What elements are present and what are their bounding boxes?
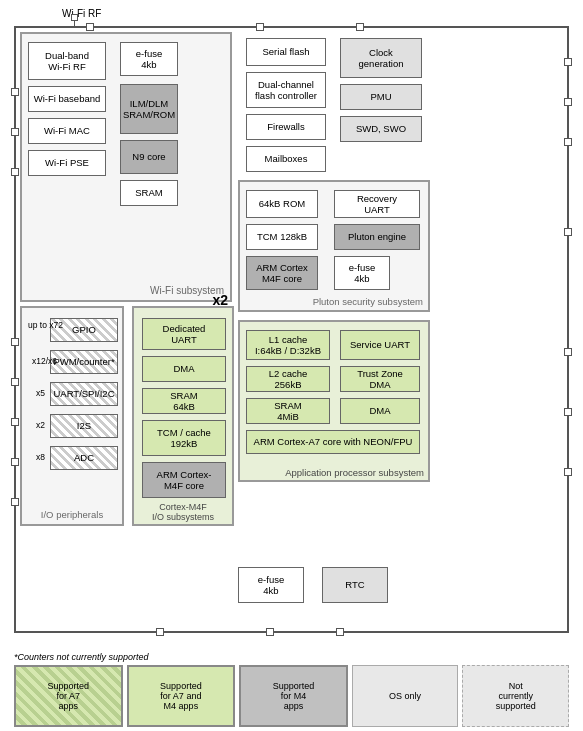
arm-cortex-m4f: ARM Cortex-M4F core [142, 462, 226, 498]
clock-generation: Clockgeneration [340, 38, 422, 78]
tcm-cache-192kb: TCM / cache192kB [142, 420, 226, 456]
x2-label: x2 [212, 292, 228, 308]
connector-left-8 [11, 498, 19, 506]
connector-bottom-2 [266, 628, 274, 636]
wifi-rf-label: Wi-Fi RF [62, 8, 101, 19]
cortex-m4f-subsystem: x2 DedicatedUART DMA SRAM64kB TCM / cach… [132, 306, 234, 526]
legend-items: Supportedfor A7apps Supportedfor A7 andM… [14, 665, 569, 727]
wifi-baseband: Wi-Fi baseband [28, 86, 106, 112]
firewalls: Firewalls [246, 114, 326, 140]
n9-core: N9 core [120, 140, 178, 174]
swd-swo: SWD, SWO [340, 116, 422, 142]
legend: *Counters not currently supported Suppor… [14, 652, 569, 727]
trustzone-dma: Trust ZoneDMA [340, 366, 420, 392]
main-container: Wi-Fi RF Dual-bandWi-Fi RF Wi-Fi baseban… [0, 0, 583, 731]
connector-top-1 [86, 23, 94, 31]
legend-a7-apps: Supportedfor A7apps [14, 665, 123, 727]
connector-left-6 [11, 418, 19, 426]
legend-not-supported: Notcurrentlysupported [462, 665, 569, 727]
legend-note: *Counters not currently supported [14, 652, 569, 662]
connector-left-4 [11, 338, 19, 346]
wifi-mac: Wi-Fi MAC [28, 118, 106, 144]
app-processor-label: Application processor subsystem [285, 467, 424, 478]
dual-band-wifi-rf: Dual-bandWi-Fi RF [28, 42, 106, 80]
connector-top-2 [256, 23, 264, 31]
wifi-subsystem: Dual-bandWi-Fi RF Wi-Fi baseband Wi-Fi M… [20, 32, 232, 302]
io-peripherals-subsystem: GPIO up to x72 PWM/counter* x12/x6 UART/… [20, 306, 124, 526]
sram-4mib: SRAM4MiB [246, 398, 330, 424]
gpio-multiplier: up to x72 [28, 320, 63, 330]
recovery-uart: RecoveryUART [334, 190, 420, 218]
cortex-a7: ARM Cortex-A7 core with NEON/FPU [246, 430, 420, 454]
pluton-subsystem-label: Pluton security subsystem [313, 296, 423, 307]
serial-flash: Serial flash [246, 38, 326, 66]
pluton-subsystem: 64kB ROM RecoveryUART TCM 128kB Pluton e… [238, 180, 430, 312]
efuse-bottom: e-fuse4kb [238, 567, 304, 603]
efuse-wifi: e-fuse4kb [120, 42, 178, 76]
sram-64kb: SRAM64kB [142, 388, 226, 414]
ilm-dlm: ILM/DLMSRAM/ROM [120, 84, 178, 134]
i2s: I2S [50, 414, 118, 438]
legend-os-only: OS only [352, 665, 459, 727]
connector-bottom-1 [156, 628, 164, 636]
pluton-engine: Pluton engine [334, 224, 420, 250]
uart-spi-i2c: UART/SPI/I2C [50, 382, 118, 406]
connector-top-3 [356, 23, 364, 31]
mailboxes: Mailboxes [246, 146, 326, 172]
rom-64kb: 64kB ROM [246, 190, 318, 218]
connector-left-5 [11, 378, 19, 386]
wifi-rf-connector [71, 14, 78, 21]
connector-left-1 [11, 88, 19, 96]
connector-right-4 [564, 228, 572, 236]
efuse-pluton: e-fuse4kb [334, 256, 390, 290]
app-processor-subsystem: L1 cacheI:64kB / D:32kB Service UART L2 … [238, 320, 430, 482]
connector-right-5 [564, 348, 572, 356]
rtc: RTC [322, 567, 388, 603]
wifi-pse: Wi-Fi PSE [28, 150, 106, 176]
sram-wifi: SRAM [120, 180, 178, 206]
io-peripherals-label: I/O peripherals [26, 509, 118, 520]
dedicated-uart: DedicatedUART [142, 318, 226, 350]
connector-left-2 [11, 128, 19, 136]
uart-multiplier: x5 [36, 388, 45, 398]
pmu: PMU [340, 84, 422, 110]
connector-right-6 [564, 408, 572, 416]
i2s-multiplier: x2 [36, 420, 45, 430]
chip-outline: Dual-bandWi-Fi RF Wi-Fi baseband Wi-Fi M… [14, 26, 569, 633]
connector-right-2 [564, 98, 572, 106]
dma-m4: DMA [142, 356, 226, 382]
connector-right-3 [564, 138, 572, 146]
service-uart: Service UART [340, 330, 420, 360]
flash-controller: Dual-channelflash controller [246, 72, 326, 108]
pwm-multiplier: x12/x6 [32, 356, 57, 366]
pwm-counter: PWM/counter* [50, 350, 118, 374]
connector-right-7 [564, 468, 572, 476]
cortex-m4f-label: Cortex-M4FI/O subsystems [136, 502, 230, 522]
connector-bottom-3 [336, 628, 344, 636]
adc: ADC [50, 446, 118, 470]
connector-right-1 [564, 58, 572, 66]
l2-cache: L2 cache256kB [246, 366, 330, 392]
adc-multiplier: x8 [36, 452, 45, 462]
dma-app: DMA [340, 398, 420, 424]
legend-m4-apps: Supportedfor M4apps [239, 665, 348, 727]
connector-left-7 [11, 458, 19, 466]
tcm-128kb: TCM 128kB [246, 224, 318, 250]
l1-cache: L1 cacheI:64kB / D:32kB [246, 330, 330, 360]
legend-a7m4-apps: Supportedfor A7 andM4 apps [127, 665, 236, 727]
cortex-m4-pluton: ARM CortexM4F core [246, 256, 318, 290]
connector-left-3 [11, 168, 19, 176]
